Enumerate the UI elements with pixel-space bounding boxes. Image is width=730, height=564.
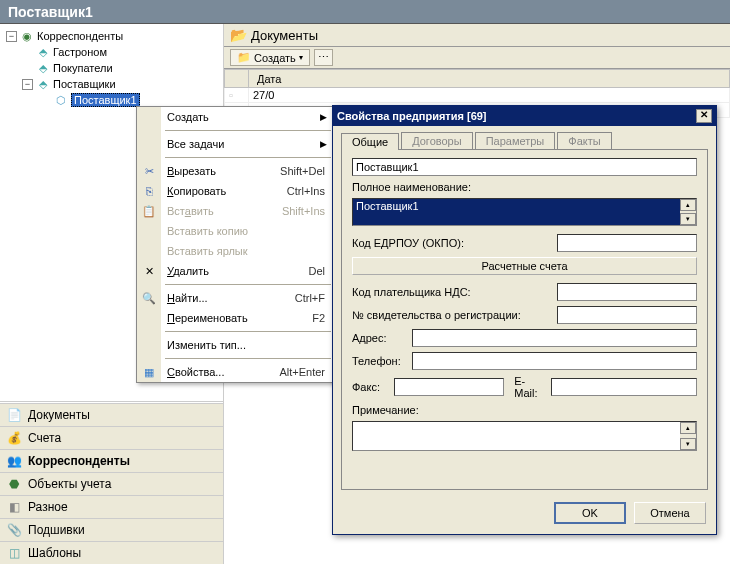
- nav-bindings[interactable]: 📎 Подшивки: [0, 518, 223, 541]
- full-name-label: Полное наименование:: [352, 181, 471, 193]
- unknown-icon: ⋯: [318, 51, 329, 64]
- ctx-cut[interactable]: ✂ Вырезать Shift+Del: [137, 161, 335, 181]
- scroll-down-icon[interactable]: ▾: [680, 213, 696, 225]
- nav-accounts[interactable]: 💰 Счета: [0, 426, 223, 449]
- okpo-field[interactable]: [557, 234, 697, 252]
- okpo-label: Код ЕДРПОУ (ОКПО):: [352, 237, 553, 249]
- dialog-titlebar[interactable]: Свойства предприятия [69] ✕: [333, 106, 716, 126]
- objects-icon: ⬣: [6, 477, 22, 491]
- copy-icon: ⎘: [146, 185, 153, 197]
- phone-field[interactable]: [412, 352, 697, 370]
- docs-toolbar: 📁 Создать ▾ ⋯: [224, 47, 730, 69]
- ctx-change-type[interactable]: Изменить тип...: [137, 335, 335, 355]
- ctx-all-tasks[interactable]: Все задачи ▶: [137, 134, 335, 154]
- ok-button[interactable]: OK: [554, 502, 626, 524]
- cancel-button[interactable]: Отмена: [634, 502, 706, 524]
- dropdown-icon: ▾: [299, 53, 303, 62]
- ctx-paste-copy: Вставить копию: [137, 221, 335, 241]
- email-label: E-Mail:: [514, 375, 547, 399]
- addr-field[interactable]: [412, 329, 697, 347]
- tree-node-suppliers[interactable]: − ⬘ Поставщики: [4, 76, 219, 92]
- docs-icon: 📄: [6, 408, 22, 422]
- name-field[interactable]: [352, 158, 697, 176]
- accounts-icon: 💰: [6, 431, 22, 445]
- ctx-copy[interactable]: ⎘ Копировать Ctrl+Ins: [137, 181, 335, 201]
- navigation-bar: 📄 Документы 💰 Счета 👥 Корреспонденты ⬣ О…: [0, 402, 223, 564]
- nav-objects[interactable]: ⬣ Объекты учета: [0, 472, 223, 495]
- cube-icon: ⬡: [54, 93, 68, 107]
- globe-icon: ◉: [20, 29, 34, 43]
- fax-label: Факс:: [352, 381, 390, 393]
- cube-icon: ⬘: [36, 61, 50, 75]
- ctx-delete[interactable]: ✕ Удалить Del: [137, 261, 335, 281]
- context-menu: Создать ▶ Все задачи ▶ ✂ Вырезать Shift+…: [136, 106, 336, 383]
- people-icon: 👥: [6, 454, 22, 468]
- col-icon[interactable]: [225, 70, 249, 88]
- scissors-icon: ✂: [145, 165, 154, 178]
- addr-label: Адрес:: [352, 332, 408, 344]
- dialog-footer: OK Отмена: [333, 498, 716, 534]
- properties-dialog: Свойства предприятия [69] ✕ Общие Догово…: [332, 105, 717, 535]
- dialog-body: Полное наименование: Поставщик1 ▴ ▾ Код …: [341, 149, 708, 490]
- cube-icon: ⬘: [36, 77, 50, 91]
- properties-icon: ▦: [144, 366, 154, 379]
- folder-icon: 📂: [230, 27, 247, 43]
- dialog-tabs: Общие Договоры Параметры Факты: [333, 126, 716, 149]
- tab-params[interactable]: Параметры: [475, 132, 556, 149]
- tree-node-gastronom[interactable]: ⬘ Гастроном: [4, 44, 219, 60]
- nav-misc[interactable]: ◧ Разное: [0, 495, 223, 518]
- dialog-title: Свойства предприятия [69]: [337, 110, 696, 122]
- app-title: Поставщик1: [8, 4, 93, 20]
- tab-general[interactable]: Общие: [341, 133, 399, 150]
- scroll-down-icon[interactable]: ▾: [680, 438, 696, 450]
- paste-icon: 📋: [142, 205, 156, 218]
- ctx-properties[interactable]: ▦ Свойства... Alt+Enter: [137, 362, 335, 382]
- scroll-up-icon[interactable]: ▴: [680, 199, 696, 211]
- docs-header: 📂 Документы: [224, 24, 730, 47]
- ctx-find[interactable]: 🔍 Найти... Ctrl+F: [137, 288, 335, 308]
- cert-label: № свидетельства о регистрации:: [352, 309, 553, 321]
- tab-facts[interactable]: Факты: [557, 132, 611, 149]
- col-date[interactable]: Дата: [249, 70, 730, 88]
- phone-label: Телефон:: [352, 355, 408, 367]
- nav-documents[interactable]: 📄 Документы: [0, 403, 223, 426]
- table-row[interactable]: ▫ 27/0: [225, 88, 730, 103]
- ctx-paste-link: Вставить ярлык: [137, 241, 335, 261]
- tab-contracts[interactable]: Договоры: [401, 132, 472, 149]
- collapse-icon[interactable]: −: [22, 79, 33, 90]
- full-name-field[interactable]: Поставщик1 ▴ ▾: [352, 198, 697, 226]
- nav-templates[interactable]: ◫ Шаблоны: [0, 541, 223, 564]
- tree-node-buyers[interactable]: ⬘ Покупатели: [4, 60, 219, 76]
- doc-icon: ▫: [225, 88, 249, 103]
- cert-field[interactable]: [557, 306, 697, 324]
- ctx-create[interactable]: Создать ▶: [137, 107, 335, 127]
- binoculars-icon: 🔍: [142, 292, 156, 305]
- accounts-button[interactable]: Расчетные счета: [352, 257, 697, 275]
- tree-root[interactable]: − ◉ Корреспонденты: [4, 28, 219, 44]
- template-icon: ◫: [6, 546, 22, 560]
- ctx-paste: 📋 Вставить Shift+Ins: [137, 201, 335, 221]
- toolbar-extra[interactable]: ⋯: [314, 49, 333, 66]
- note-label: Примечание:: [352, 404, 419, 416]
- ctx-rename[interactable]: Переименовать F2: [137, 308, 335, 328]
- misc-icon: ◧: [6, 500, 22, 514]
- clip-icon: 📎: [6, 523, 22, 537]
- fax-field[interactable]: [394, 378, 504, 396]
- create-button[interactable]: 📁 Создать ▾: [230, 49, 310, 66]
- vat-field[interactable]: [557, 283, 697, 301]
- nav-correspondents[interactable]: 👥 Корреспонденты: [0, 449, 223, 472]
- note-field[interactable]: ▴ ▾: [352, 421, 697, 451]
- collapse-icon[interactable]: −: [6, 31, 17, 42]
- cube-icon: ⬘: [36, 45, 50, 59]
- email-field[interactable]: [551, 378, 697, 396]
- scroll-up-icon[interactable]: ▴: [680, 422, 696, 434]
- close-icon[interactable]: ✕: [696, 109, 712, 123]
- vat-label: Код плательщика НДС:: [352, 286, 553, 298]
- new-icon: 📁: [237, 51, 251, 64]
- delete-icon: ✕: [145, 265, 154, 278]
- app-header: Поставщик1: [0, 0, 730, 24]
